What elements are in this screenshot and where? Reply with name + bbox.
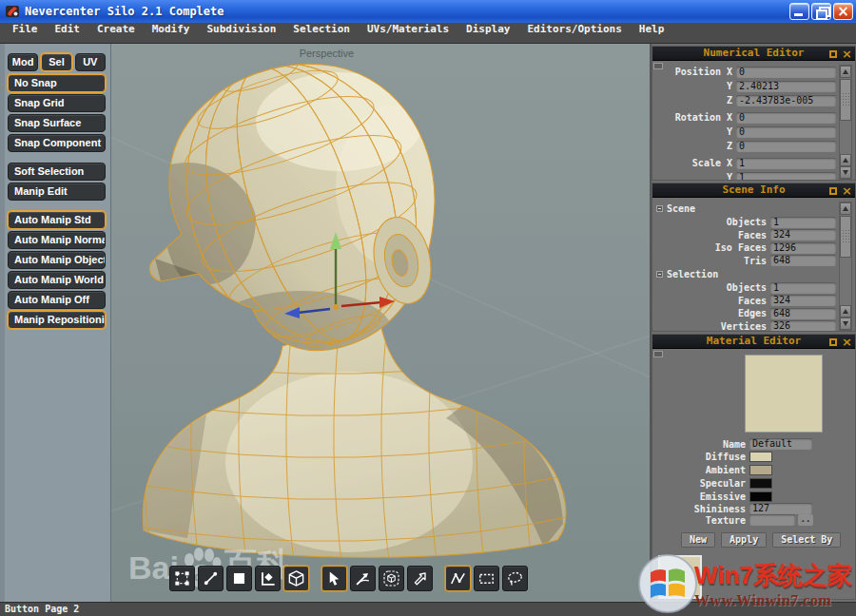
vertex-select-button[interactable]: [169, 566, 195, 591]
scroll-up-button[interactable]: [840, 66, 851, 78]
sidebar-item-snap-grid[interactable]: Snap Grid: [8, 94, 106, 112]
value-field[interactable]: 0: [736, 141, 836, 152]
value-field[interactable]: 648: [770, 255, 836, 266]
scroll-up-button[interactable]: [840, 305, 851, 318]
specular-color-swatch[interactable]: [749, 478, 772, 489]
value-field[interactable]: 0: [736, 67, 836, 78]
sidebar-mode-sel[interactable]: Sel: [41, 53, 71, 71]
panel-titlebar[interactable]: Scene Info ×: [652, 183, 855, 198]
face-select-button[interactable]: [226, 566, 252, 591]
window-title: Nevercenter Silo 2.1 Complete: [25, 5, 788, 18]
value-field[interactable]: 648: [770, 308, 836, 319]
material-name-field[interactable]: Default: [749, 438, 812, 450]
select-arrow-button[interactable]: [321, 566, 347, 591]
multi-select-button[interactable]: [255, 566, 281, 591]
sidebar-item-manip-edit[interactable]: Manip Edit: [8, 183, 106, 201]
value-field[interactable]: -2.43783e-005: [736, 95, 836, 106]
collapse-icon[interactable]: [656, 271, 663, 278]
menu-item-create[interactable]: Create: [88, 23, 144, 44]
value-field[interactable]: 1: [770, 217, 836, 228]
sidebar-item-soft-selection[interactable]: Soft Selection: [8, 163, 106, 181]
value-field[interactable]: 324: [770, 229, 836, 241]
menu-item-editors-options[interactable]: Editors/Options: [518, 23, 630, 44]
value-field[interactable]: 1296: [770, 242, 836, 254]
panel-scrollbar[interactable]: [839, 65, 852, 180]
value-field[interactable]: 2.40213: [736, 81, 836, 92]
panel-maximize-icon[interactable]: [829, 338, 837, 346]
scroll-thumb[interactable]: [840, 216, 851, 258]
emissive-color-swatch[interactable]: [749, 491, 772, 502]
path-tool-button[interactable]: [445, 566, 471, 591]
scroll-up-button[interactable]: [840, 202, 851, 215]
value-field[interactable]: 1: [736, 158, 836, 169]
menu-item-edit[interactable]: Edit: [47, 23, 89, 44]
sidebar-item-auto-manip-std[interactable]: Auto Manip Std: [8, 211, 106, 229]
lasso-button[interactable]: [502, 566, 528, 591]
sidebar-mode-mod[interactable]: Mod: [8, 53, 38, 71]
diffuse-color-swatch[interactable]: [749, 452, 772, 462]
transform-arrow-button[interactable]: [350, 566, 376, 591]
sidebar-item-no-snap[interactable]: No Snap: [8, 74, 106, 92]
menu-item-file[interactable]: File: [4, 23, 47, 44]
restore-button[interactable]: [811, 3, 831, 20]
scroll-thumb[interactable]: [840, 79, 851, 121]
texture-browse-button[interactable]: ..: [798, 514, 813, 526]
scroll-down-button[interactable]: [840, 166, 851, 179]
scroll-down-button[interactable]: [840, 318, 851, 330]
sidebar-item-auto-manip-off[interactable]: Auto Manip Off: [8, 291, 106, 309]
edge-select-button[interactable]: [198, 566, 224, 591]
sidebar-mode-uv[interactable]: UV: [75, 53, 106, 71]
title-bar[interactable]: Nevercenter Silo 2.1 Complete: [0, 0, 856, 23]
bust-model[interactable]: [126, 319, 587, 583]
material-preview[interactable]: [745, 355, 823, 433]
viewport[interactable]: Perspective: [111, 44, 650, 602]
panel-close-icon[interactable]: ×: [842, 48, 852, 59]
sidebar-item-auto-manip-object[interactable]: Auto Manip Object: [8, 251, 106, 269]
minimize-button[interactable]: [789, 3, 809, 20]
sidebar-item-auto-manip-world[interactable]: Auto Manip World: [8, 271, 106, 289]
menu-item-modify[interactable]: Modify: [144, 23, 199, 44]
object-select-button[interactable]: [283, 566, 309, 591]
panel-scrollbar[interactable]: [839, 202, 852, 331]
new-button[interactable]: New: [681, 532, 715, 548]
ambient-color-swatch[interactable]: [749, 465, 772, 475]
scroll-up-button[interactable]: [840, 154, 851, 166]
panel-collapse-handle[interactable]: [653, 351, 663, 357]
sidebar-item-manip-repositioning[interactable]: Manip Repositioning: [8, 311, 106, 329]
value-field[interactable]: 324: [770, 295, 836, 306]
value-field[interactable]: 326: [770, 320, 836, 331]
tweak-arrow-button[interactable]: [407, 566, 433, 591]
close-button[interactable]: [833, 3, 853, 20]
menu-item-display[interactable]: Display: [457, 23, 518, 44]
value-field[interactable]: 0: [736, 112, 836, 124]
panel-maximize-icon[interactable]: [829, 187, 837, 195]
viewport-canvas[interactable]: [111, 44, 650, 602]
menu-item-subdivision[interactable]: Subdivision: [199, 23, 285, 44]
texture-field[interactable]: [749, 514, 795, 526]
material-list-item[interactable]: [658, 555, 702, 599]
menu-item-selection[interactable]: Selection: [284, 23, 359, 44]
panel-titlebar[interactable]: Material Editor ×: [652, 335, 855, 349]
section-header-selection[interactable]: Selection: [654, 267, 836, 281]
section-header-scene[interactable]: Scene: [654, 202, 836, 216]
menu-item-help[interactable]: Help: [631, 23, 673, 44]
collapse-icon[interactable]: [656, 205, 663, 212]
head-model[interactable]: [149, 44, 454, 375]
value-field[interactable]: 1: [770, 282, 836, 294]
panel-close-icon[interactable]: ×: [842, 337, 852, 347]
select-by-button[interactable]: Select By: [772, 532, 841, 548]
value-field[interactable]: 1: [736, 172, 836, 181]
apply-button[interactable]: Apply: [721, 532, 767, 548]
shininess-field[interactable]: 127: [749, 503, 812, 514]
sidebar-item-snap-component[interactable]: Snap Component: [8, 134, 106, 152]
rect-marquee-button[interactable]: [474, 566, 499, 591]
panel-collapse-handle[interactable]: [653, 63, 663, 69]
sidebar-item-snap-surface[interactable]: Snap Surface: [8, 114, 106, 132]
panel-titlebar[interactable]: Numerical Editor ×: [652, 47, 855, 61]
sidebar-item-auto-manip-normal[interactable]: Auto Manip Normal: [8, 231, 106, 249]
menu-item-uvs-materials[interactable]: UVs/Materials: [359, 23, 457, 44]
panel-close-icon[interactable]: ×: [842, 185, 852, 196]
panel-maximize-icon[interactable]: [829, 50, 837, 58]
value-field[interactable]: 0: [736, 126, 836, 138]
soft-select-button[interactable]: [379, 566, 404, 591]
